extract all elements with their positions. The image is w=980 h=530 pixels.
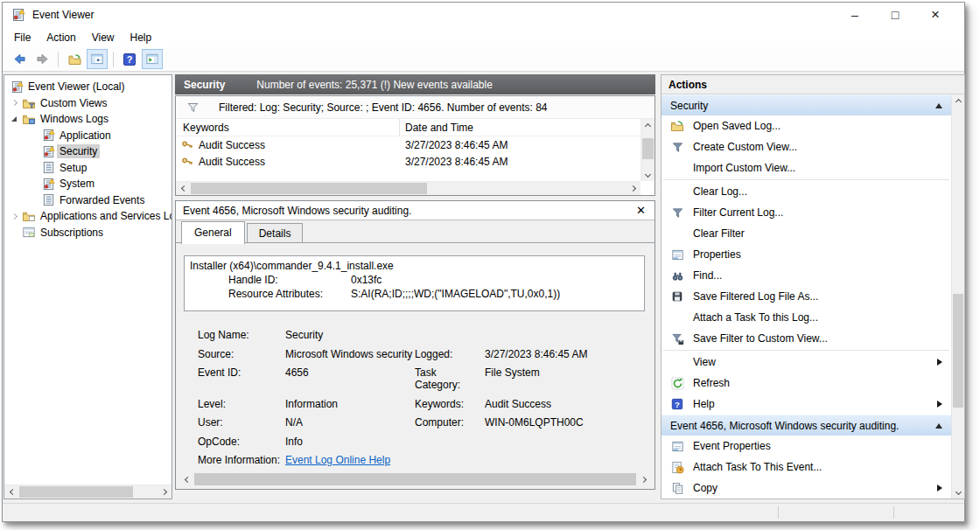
- action-attach-task-to-event[interactable]: Attach Task To This Event...: [662, 457, 951, 478]
- window-title: Event Viewer: [32, 9, 94, 21]
- apps-folder-icon: [20, 209, 38, 223]
- action-refresh[interactable]: Refresh: [662, 373, 951, 394]
- scroll-down-icon[interactable]: [641, 169, 654, 181]
- export-log-button[interactable]: [64, 49, 85, 69]
- maximize-button[interactable]: □: [875, 8, 915, 22]
- scroll-up-icon[interactable]: [641, 119, 654, 131]
- properties-icon: [668, 440, 687, 453]
- scroll-up-icon[interactable]: [952, 94, 964, 107]
- action-create-custom-view[interactable]: Create Custom View...: [662, 136, 951, 157]
- scrollbar-thumb[interactable]: [642, 138, 654, 159]
- tree-item-application[interactable]: Application: [4, 128, 172, 144]
- back-button[interactable]: [9, 49, 30, 69]
- funnel-icon: [668, 206, 687, 220]
- tab-details[interactable]: Details: [247, 223, 304, 243]
- help-icon: ?: [668, 398, 687, 410]
- scrollbar-thumb[interactable]: [194, 473, 636, 485]
- console-tree-toggle-button[interactable]: [87, 49, 108, 69]
- action-view[interactable]: View: [662, 352, 951, 373]
- audit-key-icon: [181, 155, 194, 168]
- collapse-chevron-icon[interactable]: [8, 116, 20, 122]
- event-row[interactable]: Audit Success 3/27/2023 8:46:45 AM: [176, 153, 654, 170]
- action-filter-current-log[interactable]: Filter Current Log...: [662, 202, 951, 223]
- log-icon: [39, 161, 57, 174]
- tree-item-system[interactable]: System: [4, 176, 172, 192]
- log-pane-header: Security Number of events: 25,371 (!) Ne…: [175, 74, 655, 94]
- actions-vertical-scrollbar[interactable]: [951, 94, 964, 499]
- section-header-security[interactable]: Security: [662, 94, 951, 115]
- field-label: Level:: [198, 398, 285, 410]
- scroll-left-icon[interactable]: [176, 182, 190, 195]
- tree-item-subscriptions[interactable]: Subscriptions: [4, 225, 172, 241]
- minimize-button[interactable]: –: [835, 8, 875, 22]
- close-button[interactable]: ×: [915, 6, 956, 24]
- scrollbar-thumb[interactable]: [953, 294, 963, 408]
- tree-item-custom-views[interactable]: Custom Views: [4, 95, 172, 112]
- tree-item-event-viewer-local[interactable]: Event Viewer (Local): [4, 79, 172, 95]
- action-import-custom-view[interactable]: Import Custom View...: [662, 157, 951, 178]
- event-log-online-help-link[interactable]: Event Log Online Help: [285, 454, 390, 466]
- detail-horizontal-scrollbar[interactable]: [179, 472, 651, 486]
- scrollbar-thumb[interactable]: [191, 183, 427, 194]
- scroll-right-icon[interactable]: [626, 182, 640, 195]
- tab-general[interactable]: General: [181, 221, 245, 244]
- actions-pane: Actions Security Open Saved Log...: [661, 74, 965, 499]
- field-value: 3/27/2023 8:46:45 AM: [485, 348, 587, 360]
- scroll-left-icon[interactable]: [179, 472, 193, 486]
- action-open-saved-log[interactable]: Open Saved Log...: [662, 115, 951, 136]
- action-help[interactable]: ? Help: [662, 394, 951, 415]
- scroll-left-icon[interactable]: [4, 485, 18, 499]
- column-date-time[interactable]: Date and Time: [400, 122, 473, 134]
- action-properties[interactable]: Properties: [662, 244, 951, 265]
- close-detail-icon[interactable]: ✕: [636, 204, 646, 217]
- scroll-right-icon[interactable]: [637, 472, 651, 486]
- tree-item-setup[interactable]: Setup: [4, 160, 172, 177]
- field-label: Log Name:: [198, 329, 285, 341]
- action-find[interactable]: Find...: [662, 265, 951, 286]
- help-toolbar-button[interactable]: ?: [119, 49, 140, 69]
- menu-view[interactable]: View: [84, 29, 122, 46]
- menu-action[interactable]: Action: [38, 29, 83, 46]
- tree-horizontal-scrollbar[interactable]: [4, 485, 172, 499]
- section-header-event-4656[interactable]: Event 4656, Microsoft Windows security a…: [662, 415, 951, 436]
- collapse-section-icon[interactable]: [935, 423, 942, 429]
- subscriptions-icon: [20, 226, 38, 239]
- action-copy[interactable]: Copy: [662, 478, 951, 499]
- scrollbar-thumb[interactable]: [19, 486, 133, 498]
- event-list: Filtered: Log: Security; Source: ; Event…: [175, 95, 655, 196]
- action-save-filtered-log[interactable]: Save Filtered Log File As...: [662, 286, 951, 307]
- scroll-down-icon[interactable]: [952, 486, 964, 499]
- event-detail-title: Event 4656, Microsoft Windows security a…: [183, 205, 411, 217]
- tree-item-windows-logs[interactable]: Windows Logs: [4, 111, 172, 128]
- action-pane-toggle-button[interactable]: [142, 49, 163, 69]
- column-keywords[interactable]: Keywords: [176, 119, 400, 136]
- action-clear-log[interactable]: Clear Log...: [662, 181, 951, 202]
- tree-item-applications-and-services[interactable]: Applications and Services Lo: [4, 208, 172, 225]
- event-description-box[interactable]: Installer (x64)\commander_9.4.1_install.…: [184, 255, 645, 311]
- action-event-properties[interactable]: Event Properties: [662, 436, 951, 457]
- action-attach-task-to-log[interactable]: Attach a Task To this Log...: [662, 307, 951, 328]
- action-save-filter-to-custom-view[interactable]: Save Filter to Custom View...: [662, 328, 951, 349]
- workspace: Event Viewer (Local) Custom Views Window…: [3, 72, 964, 503]
- field-value: Information: [285, 398, 415, 410]
- tree-item-security[interactable]: Security: [4, 143, 172, 160]
- tree-item-forwarded-events[interactable]: Forwarded Events: [4, 192, 172, 209]
- actions-title: Actions: [662, 75, 964, 94]
- collapse-section-icon[interactable]: [935, 103, 942, 108]
- menu-file[interactable]: File: [6, 29, 38, 46]
- filter-bar: Filtered: Log: Security; Source: ; Event…: [176, 96, 654, 119]
- title-bar: Event Viewer – □ ×: [3, 3, 964, 27]
- action-clear-filter[interactable]: Clear Filter: [662, 223, 951, 244]
- event-fields: Log Name: Security Source: Microsoft Win…: [198, 329, 587, 466]
- menu-help[interactable]: Help: [122, 29, 160, 46]
- event-row[interactable]: Audit Success 3/27/2023 8:46:45 AM: [176, 136, 654, 153]
- list-vertical-scrollbar[interactable]: [640, 119, 654, 181]
- log-alert-icon: [39, 145, 57, 158]
- field-value: N/A: [285, 416, 415, 429]
- expand-chevron-icon[interactable]: [8, 101, 20, 105]
- scroll-right-icon[interactable]: [158, 485, 172, 499]
- filter-text: Filtered: Log: Security; Source: ; Event…: [219, 101, 548, 114]
- list-horizontal-scrollbar[interactable]: [176, 181, 640, 195]
- forward-button[interactable]: [32, 49, 52, 69]
- expand-chevron-icon[interactable]: [8, 214, 20, 219]
